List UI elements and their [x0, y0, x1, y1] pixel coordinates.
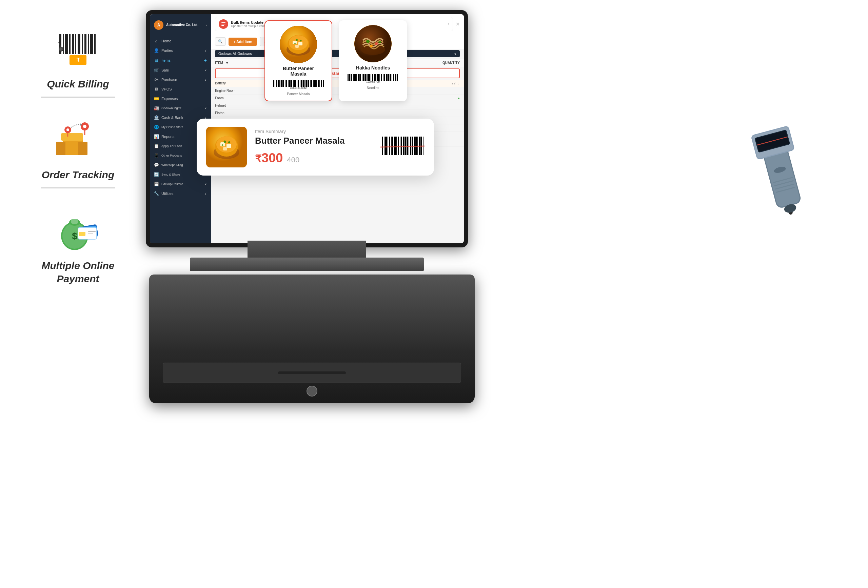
table-row[interactable]: Piston [211, 109, 464, 117]
svg-rect-4 [72, 34, 74, 54]
summary-image [206, 127, 247, 167]
summary-title-label: Item Summary [255, 129, 372, 134]
backup-icon: 💾 [154, 182, 159, 186]
table-row[interactable]: Helmet [211, 102, 464, 109]
features-panel: ₹ Quick Billing [20, 27, 136, 285]
company-icon: A [154, 20, 164, 30]
sidebar-item-sale[interactable]: 🛒 Sale ∨ [150, 65, 211, 75]
order-tracking-label: Order Tracking [42, 168, 115, 181]
sale-icon: 🛒 [154, 68, 159, 72]
svg-rect-114 [390, 74, 391, 81]
barcode-scanner [729, 94, 831, 224]
svg-rect-60 [288, 80, 289, 87]
product-card-butter-paneer[interactable]: Butter PaneerMasala [264, 20, 332, 101]
svg-rect-146 [409, 137, 409, 155]
svg-rect-95 [356, 74, 357, 81]
parties-icon: 👤 [154, 48, 159, 53]
sidebar-label-parties: Parties [161, 49, 173, 53]
other-products-icon: 📱 [154, 153, 159, 158]
search-icon: 🔍 [218, 39, 223, 44]
summary-product-name: Butter Paneer Masala [255, 136, 372, 146]
svg-rect-98 [362, 74, 362, 81]
close-button[interactable]: ✕ [456, 21, 460, 27]
sidebar-item-utilities[interactable]: 🔧 Utilities ∨ [150, 189, 211, 198]
svg-rect-46 [295, 45, 299, 48]
godown-icon: 🏭 [154, 106, 159, 111]
svg-text:₹: ₹ [76, 57, 80, 63]
feature-multiple-payment: $ Multiple OnlinePayment [20, 209, 136, 285]
reports-icon: 📊 [154, 134, 159, 139]
svg-rect-111 [384, 74, 385, 81]
svg-rect-51 [273, 80, 274, 87]
svg-rect-145 [406, 137, 408, 155]
filter-icon[interactable]: ▼ [226, 61, 229, 65]
sidebar-label-utilities: Utilities [161, 192, 173, 196]
sidebar-item-purchase[interactable]: 🛍 Purchase ∨ [150, 75, 211, 84]
svg-rect-56 [281, 80, 282, 87]
svg-rect-109 [381, 74, 382, 81]
svg-rect-68 [301, 80, 303, 87]
svg-point-23 [66, 128, 69, 131]
svg-rect-78 [318, 80, 319, 87]
item-name: Piston [215, 111, 433, 115]
butter-paneer-image [280, 26, 317, 63]
svg-rect-136 [391, 137, 392, 155]
svg-point-85 [366, 40, 370, 43]
svg-point-49 [294, 43, 296, 44]
svg-rect-99 [363, 74, 365, 81]
feature-order-tracking: Order Tracking [20, 118, 136, 189]
feature-divider-1 [41, 97, 115, 97]
hakka-noodles-name: Hakka Noodles [356, 65, 390, 71]
sidebar-item-godown[interactable]: 🏭 Godown Mgmt ∨ [150, 103, 211, 113]
sidebar-item-items[interactable]: ▦ Items + [150, 55, 211, 65]
svg-rect-97 [359, 74, 361, 81]
svg-point-47 [296, 39, 298, 41]
svg-rect-126 [223, 147, 227, 150]
sidebar-item-expenses[interactable]: 💳 Expenses [150, 94, 211, 103]
svg-rect-104 [372, 74, 373, 81]
sidebar-item-backup[interactable]: 💾 Backup/Restore ∨ [150, 179, 211, 189]
company-logo[interactable]: A Automotive Co. Ltd. › [150, 18, 211, 34]
svg-rect-65 [297, 80, 297, 87]
order-tracking-icon [53, 118, 103, 162]
svg-rect-102 [368, 74, 370, 81]
items-plus[interactable]: + [204, 57, 207, 63]
item-qty: ● [433, 96, 460, 100]
svg-rect-1 [63, 34, 64, 54]
svg-rect-10 [90, 34, 93, 54]
svg-rect-29 [71, 219, 78, 224]
sidebar-label-vpos: VPOS [161, 87, 172, 91]
svg-rect-133 [385, 137, 387, 155]
svg-rect-11 [94, 34, 96, 54]
home-icon: ⌂ [154, 38, 159, 43]
svg-rect-52 [275, 80, 275, 87]
search-box[interactable]: 🔍 [215, 37, 226, 46]
svg-rect-8 [84, 34, 86, 54]
apply-loan-icon: 📋 [154, 144, 159, 149]
svg-text:38624616042: 38624616042 [290, 86, 307, 89]
summary-info: Item Summary Butter Paneer Masala ₹300 4… [255, 129, 372, 165]
sidebar-label-reports: Reports [161, 134, 175, 139]
sidebar-item-home[interactable]: ⌂ Home [150, 36, 211, 46]
sidebar-label-other-products: Other Products [161, 154, 182, 157]
svg-point-14 [59, 47, 63, 51]
backup-arrow: ∨ [204, 182, 207, 186]
svg-rect-18 [56, 141, 65, 155]
svg-rect-134 [388, 137, 388, 155]
quick-billing-label: Quick Billing [47, 77, 109, 90]
svg-rect-73 [310, 80, 311, 87]
drawer-panel [163, 363, 461, 383]
svg-rect-38 [221, 25, 224, 26]
multiple-payment-icon: $ [53, 209, 103, 253]
svg-rect-77 [316, 80, 317, 87]
svg-rect-70 [304, 80, 306, 87]
summary-price: ₹300 [255, 151, 283, 165]
quick-billing-icon: ₹ [53, 27, 103, 71]
product-card-hakka-noodles[interactable]: Hakka Noodles [339, 20, 407, 101]
sidebar-item-parties[interactable]: 👤 Parties ∨ [150, 46, 211, 55]
sidebar-label-online-store: My Online Store [161, 125, 183, 129]
svg-rect-5 [75, 34, 76, 54]
add-item-button[interactable]: + Add Item [229, 38, 257, 46]
rupee-symbol: ₹ [255, 153, 261, 164]
sidebar-item-vpos[interactable]: 🖥 VPOS [150, 84, 211, 94]
